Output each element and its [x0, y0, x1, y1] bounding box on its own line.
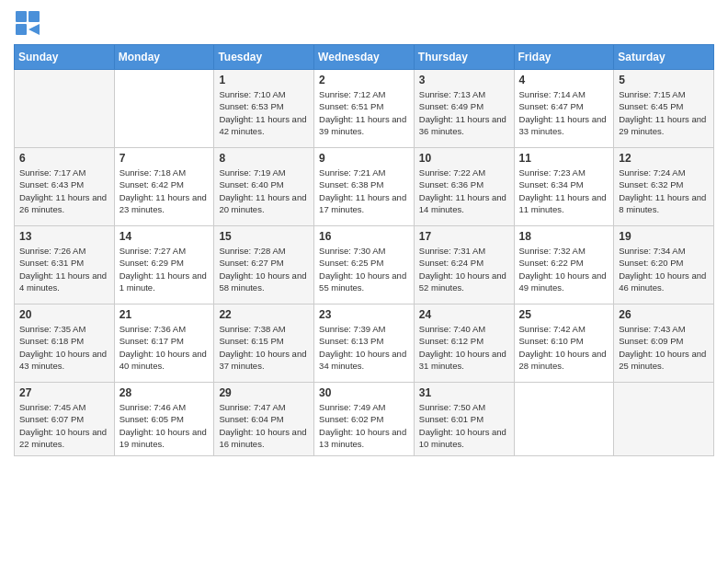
day-info: Sunrise: 7:38 AM Sunset: 6:15 PM Dayligh… [219, 323, 309, 372]
day-number: 11 [519, 152, 609, 165]
calendar-cell: 13Sunrise: 7:26 AM Sunset: 6:31 PM Dayli… [15, 226, 115, 304]
day-info: Sunrise: 7:36 AM Sunset: 6:17 PM Dayligh… [119, 323, 210, 372]
calendar-cell: 23Sunrise: 7:39 AM Sunset: 6:13 PM Dayli… [314, 304, 415, 383]
day-number: 12 [619, 152, 709, 165]
calendar-cell: 17Sunrise: 7:31 AM Sunset: 6:24 PM Dayli… [414, 226, 514, 304]
day-info: Sunrise: 7:15 AM Sunset: 6:45 PM Dayligh… [619, 88, 709, 137]
day-info: Sunrise: 7:49 AM Sunset: 6:02 PM Dayligh… [319, 401, 409, 450]
week-row-5: 27Sunrise: 7:45 AM Sunset: 6:07 PM Dayli… [15, 383, 714, 456]
calendar-cell: 1Sunrise: 7:10 AM Sunset: 6:53 PM Daylig… [214, 70, 314, 148]
day-info: Sunrise: 7:14 AM Sunset: 6:47 PM Dayligh… [519, 88, 609, 137]
day-number: 16 [319, 230, 409, 243]
week-row-4: 20Sunrise: 7:35 AM Sunset: 6:18 PM Dayli… [15, 304, 714, 383]
calendar-cell: 8Sunrise: 7:19 AM Sunset: 6:40 PM Daylig… [214, 148, 314, 226]
calendar-cell: 12Sunrise: 7:24 AM Sunset: 6:32 PM Dayli… [614, 148, 714, 226]
calendar-cell [614, 383, 714, 456]
day-info: Sunrise: 7:39 AM Sunset: 6:13 PM Dayligh… [319, 323, 409, 372]
calendar-table: SundayMondayTuesdayWednesdayThursdayFrid… [14, 44, 714, 456]
day-number: 29 [219, 386, 309, 399]
day-number: 1 [219, 74, 309, 86]
day-info: Sunrise: 7:30 AM Sunset: 6:25 PM Dayligh… [319, 245, 409, 293]
day-header-saturday: Saturday [614, 45, 714, 70]
day-info: Sunrise: 7:17 AM Sunset: 6:43 PM Dayligh… [19, 167, 109, 215]
day-header-wednesday: Wednesday [314, 45, 415, 70]
day-info: Sunrise: 7:40 AM Sunset: 6:12 PM Dayligh… [419, 323, 509, 372]
day-info: Sunrise: 7:45 AM Sunset: 6:07 PM Dayligh… [19, 401, 109, 450]
day-number: 13 [19, 230, 109, 243]
day-number: 17 [419, 230, 509, 243]
day-info: Sunrise: 7:13 AM Sunset: 6:49 PM Dayligh… [419, 88, 509, 137]
week-row-2: 6Sunrise: 7:17 AM Sunset: 6:43 PM Daylig… [15, 148, 714, 226]
calendar-cell: 30Sunrise: 7:49 AM Sunset: 6:02 PM Dayli… [314, 383, 415, 456]
svg-rect-1 [28, 11, 40, 22]
calendar-cell: 28Sunrise: 7:46 AM Sunset: 6:05 PM Dayli… [114, 383, 214, 456]
day-number: 7 [119, 152, 210, 165]
calendar-header-row: SundayMondayTuesdayWednesdayThursdayFrid… [15, 45, 714, 70]
calendar-cell: 31Sunrise: 7:50 AM Sunset: 6:01 PM Dayli… [414, 383, 514, 456]
day-number: 19 [619, 230, 709, 243]
day-number: 9 [319, 152, 409, 165]
day-info: Sunrise: 7:24 AM Sunset: 6:32 PM Dayligh… [619, 167, 709, 215]
day-info: Sunrise: 7:19 AM Sunset: 6:40 PM Dayligh… [219, 167, 309, 215]
day-info: Sunrise: 7:28 AM Sunset: 6:27 PM Dayligh… [219, 245, 309, 293]
day-number: 15 [219, 230, 309, 243]
day-info: Sunrise: 7:46 AM Sunset: 6:05 PM Dayligh… [119, 401, 210, 450]
day-number: 6 [19, 152, 109, 165]
logo [14, 9, 45, 37]
logo-icon [14, 9, 41, 37]
day-number: 2 [319, 74, 409, 86]
day-number: 14 [119, 230, 210, 243]
day-number: 31 [419, 386, 509, 399]
day-info: Sunrise: 7:34 AM Sunset: 6:20 PM Dayligh… [619, 245, 709, 293]
calendar-cell: 25Sunrise: 7:42 AM Sunset: 6:10 PM Dayli… [514, 304, 614, 383]
calendar-cell: 18Sunrise: 7:32 AM Sunset: 6:22 PM Dayli… [514, 226, 614, 304]
day-number: 4 [519, 74, 609, 86]
day-number: 30 [319, 386, 409, 399]
day-info: Sunrise: 7:22 AM Sunset: 6:36 PM Dayligh… [419, 167, 509, 215]
day-info: Sunrise: 7:35 AM Sunset: 6:18 PM Dayligh… [19, 323, 109, 372]
day-info: Sunrise: 7:43 AM Sunset: 6:09 PM Dayligh… [619, 323, 709, 372]
calendar-cell: 4Sunrise: 7:14 AM Sunset: 6:47 PM Daylig… [514, 70, 614, 148]
day-header-sunday: Sunday [15, 45, 115, 70]
day-number: 20 [19, 308, 109, 321]
svg-marker-3 [28, 24, 40, 35]
day-number: 21 [119, 308, 210, 321]
day-info: Sunrise: 7:32 AM Sunset: 6:22 PM Dayligh… [519, 245, 609, 293]
calendar-cell: 20Sunrise: 7:35 AM Sunset: 6:18 PM Dayli… [15, 304, 115, 383]
calendar-cell: 7Sunrise: 7:18 AM Sunset: 6:42 PM Daylig… [114, 148, 214, 226]
day-info: Sunrise: 7:31 AM Sunset: 6:24 PM Dayligh… [419, 245, 509, 293]
calendar-cell: 29Sunrise: 7:47 AM Sunset: 6:04 PM Dayli… [214, 383, 314, 456]
calendar-cell: 15Sunrise: 7:28 AM Sunset: 6:27 PM Dayli… [214, 226, 314, 304]
calendar-cell: 9Sunrise: 7:21 AM Sunset: 6:38 PM Daylig… [314, 148, 415, 226]
day-info: Sunrise: 7:23 AM Sunset: 6:34 PM Dayligh… [519, 167, 609, 215]
day-number: 25 [519, 308, 609, 321]
day-header-monday: Monday [114, 45, 214, 70]
calendar-cell: 14Sunrise: 7:27 AM Sunset: 6:29 PM Dayli… [114, 226, 214, 304]
calendar-cell: 3Sunrise: 7:13 AM Sunset: 6:49 PM Daylig… [414, 70, 514, 148]
calendar-cell: 6Sunrise: 7:17 AM Sunset: 6:43 PM Daylig… [15, 148, 115, 226]
day-info: Sunrise: 7:10 AM Sunset: 6:53 PM Dayligh… [219, 88, 309, 137]
day-header-tuesday: Tuesday [214, 45, 314, 70]
day-info: Sunrise: 7:12 AM Sunset: 6:51 PM Dayligh… [319, 88, 409, 137]
day-header-friday: Friday [514, 45, 614, 70]
day-number: 5 [619, 74, 709, 86]
week-row-1: 1Sunrise: 7:10 AM Sunset: 6:53 PM Daylig… [15, 70, 714, 148]
day-number: 22 [219, 308, 309, 321]
day-info: Sunrise: 7:26 AM Sunset: 6:31 PM Dayligh… [19, 245, 109, 293]
week-row-3: 13Sunrise: 7:26 AM Sunset: 6:31 PM Dayli… [15, 226, 714, 304]
calendar-cell: 5Sunrise: 7:15 AM Sunset: 6:45 PM Daylig… [614, 70, 714, 148]
calendar-cell [514, 383, 614, 456]
svg-rect-2 [16, 24, 27, 35]
day-number: 27 [19, 386, 109, 399]
calendar-cell: 21Sunrise: 7:36 AM Sunset: 6:17 PM Dayli… [114, 304, 214, 383]
calendar-cell: 26Sunrise: 7:43 AM Sunset: 6:09 PM Dayli… [614, 304, 714, 383]
calendar-cell: 16Sunrise: 7:30 AM Sunset: 6:25 PM Dayli… [314, 226, 415, 304]
day-number: 24 [419, 308, 509, 321]
day-number: 8 [219, 152, 309, 165]
calendar-cell: 22Sunrise: 7:38 AM Sunset: 6:15 PM Dayli… [214, 304, 314, 383]
day-number: 26 [619, 308, 709, 321]
calendar-cell [15, 70, 115, 148]
day-number: 28 [119, 386, 210, 399]
day-info: Sunrise: 7:18 AM Sunset: 6:42 PM Dayligh… [119, 167, 210, 215]
day-number: 3 [419, 74, 509, 86]
